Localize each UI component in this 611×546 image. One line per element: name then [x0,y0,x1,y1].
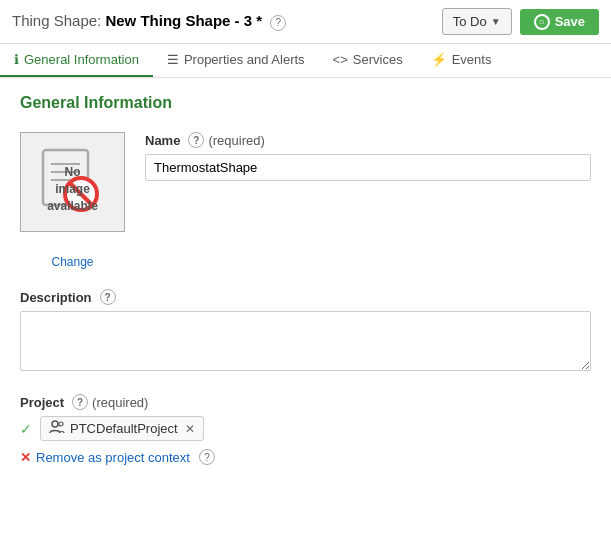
project-group-icon [49,420,65,437]
remove-x-icon: ✕ [20,450,31,465]
project-checkmark-icon: ✓ [20,421,32,437]
tab-general[interactable]: ℹ General Information [0,44,153,77]
todo-button[interactable]: To Do ▼ [442,8,512,35]
save-label: Save [555,14,585,29]
change-image-link[interactable]: Change [51,255,93,269]
tab-services[interactable]: <> Services [319,44,417,77]
tab-events[interactable]: ⚡ Events [417,44,506,77]
no-image-svg [33,142,113,222]
lightning-icon: ⚡ [431,52,447,67]
name-required: (required) [208,133,264,148]
list-icon: ☰ [167,52,179,67]
title-help-icon[interactable]: ? [270,15,286,31]
page-title: Thing Shape: New Thing Shape - 3 * ? [12,12,434,31]
name-label: Name ? (required) [145,132,591,148]
project-tags-row: ✓ PTCDefaultProject ✕ [20,416,591,441]
remove-project-help-icon[interactable]: ? [199,449,215,465]
remove-project-link[interactable]: Remove as project context [36,450,190,465]
tab-properties-label: Properties and Alerts [184,52,305,67]
tabs-bar: ℹ General Information ☰ Properties and A… [0,44,611,78]
name-input[interactable] [145,154,591,181]
description-input[interactable] [20,311,591,371]
svg-point-7 [52,421,58,427]
code-icon: <> [333,52,348,67]
save-circle-icon: ○ [534,14,550,30]
info-icon: ℹ [14,52,19,67]
todo-label: To Do [453,14,487,29]
name-help-icon[interactable]: ? [188,132,204,148]
save-button[interactable]: ○ Save [520,9,599,35]
name-section: Name ? (required) [145,132,591,181]
main-content: General Information [0,78,611,491]
svg-point-8 [59,422,63,426]
header-bar: Thing Shape: New Thing Shape - 3 * ? To … [0,0,611,44]
project-section: Project ? (required) ✓ PTCDefaultProject… [20,394,591,465]
image-name-row: No image available Change Name ? (requir… [20,132,591,269]
title-name: New Thing Shape - 3 * [105,12,262,29]
tab-general-label: General Information [24,52,139,67]
image-box [20,132,125,232]
description-section: Description ? [20,289,591,374]
image-container: No image available Change [20,132,125,269]
description-help-icon[interactable]: ? [100,289,116,305]
project-required: (required) [92,395,148,410]
tab-properties[interactable]: ☰ Properties and Alerts [153,44,319,77]
project-tag-remove-icon[interactable]: ✕ [185,422,195,436]
title-prefix: Thing Shape: [12,12,101,29]
tab-services-label: Services [353,52,403,67]
tab-events-label: Events [452,52,492,67]
project-name: PTCDefaultProject [70,421,178,436]
project-label: Project ? (required) [20,394,591,410]
project-tag: PTCDefaultProject ✕ [40,416,204,441]
remove-project-row: ✕ Remove as project context ? [20,449,591,465]
section-title: General Information [20,94,591,112]
description-label: Description ? [20,289,591,305]
chevron-down-icon: ▼ [491,16,501,27]
project-help-icon[interactable]: ? [72,394,88,410]
